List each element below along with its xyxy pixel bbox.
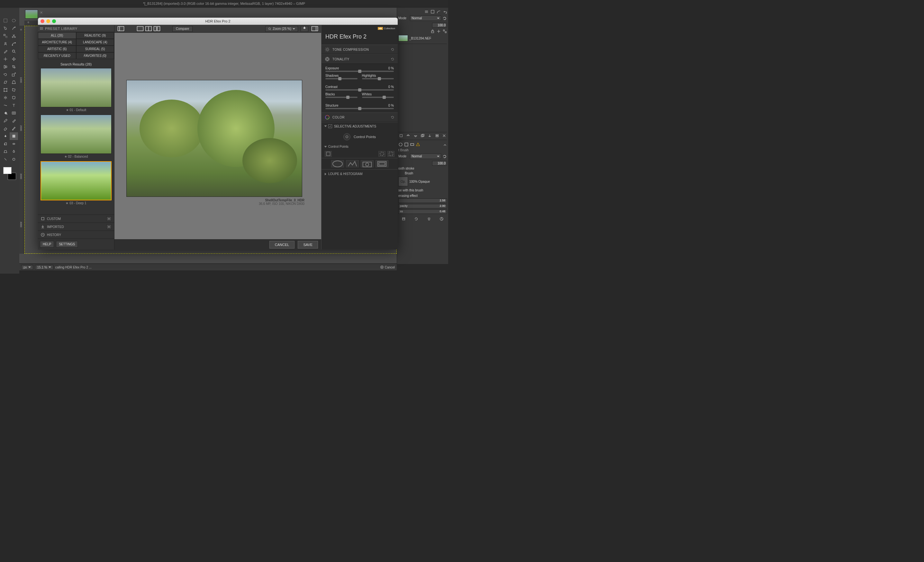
lock-move-icon[interactable] <box>436 29 441 33</box>
selective-checkbox[interactable]: ✓ <box>328 124 332 128</box>
preset-03-deep-1[interactable]: ★ 03 - Deep 1 <box>40 161 111 206</box>
restore-options-icon[interactable] <box>414 217 418 221</box>
color-swatches[interactable] <box>3 167 16 180</box>
bg-color-button[interactable] <box>301 26 308 32</box>
brush-mode-select[interactable]: Normal <box>410 154 441 159</box>
undo-tab-icon[interactable] <box>443 10 447 14</box>
channels-tab-icon[interactable] <box>430 10 435 14</box>
tool-rect-select[interactable] <box>1 17 10 24</box>
window-minimize-button[interactable] <box>46 19 50 23</box>
tool-by-color-select[interactable] <box>1 32 10 40</box>
compare-button[interactable]: Compare <box>172 26 193 32</box>
status-cancel-button[interactable]: Cancel <box>380 265 395 269</box>
tool-align[interactable] <box>1 63 10 71</box>
levels-button[interactable] <box>346 160 359 167</box>
preset-02-balanced[interactable]: ★ 02 - Balanced <box>40 115 111 159</box>
lock-pixels-icon[interactable] <box>443 29 447 33</box>
cat-artistic[interactable]: ARTISTIC (6) <box>38 46 76 52</box>
tool-clone[interactable] <box>1 140 10 148</box>
star-icon[interactable]: ★ <box>66 201 69 205</box>
cat-surreal[interactable]: SURREAL (5) <box>76 46 114 52</box>
delete-options-icon[interactable] <box>427 217 431 221</box>
tonality-header[interactable]: TONALITY <box>321 54 398 64</box>
highlights-slider[interactable] <box>362 78 394 79</box>
color-header[interactable]: COLOR <box>321 112 398 122</box>
tool-heal[interactable] <box>10 140 18 148</box>
raise-layer-icon[interactable] <box>406 134 410 138</box>
duplicate-layer-icon[interactable] <box>420 134 425 138</box>
cat-realistic[interactable]: REALISTIC (9) <box>76 32 114 39</box>
selective-adjustments-header[interactable]: ✓ SELECTIVE ADJUSTMENTS <box>321 122 398 130</box>
preset-scroll-area[interactable]: Search Results (28) ★ 01 - Default ★ 02 … <box>38 59 114 215</box>
tool-eraser[interactable] <box>1 125 10 132</box>
settings-button[interactable]: SETTINGS <box>56 241 78 248</box>
reset-icon[interactable] <box>391 57 394 61</box>
reset-icon[interactable] <box>391 48 394 51</box>
image-tab-thumbnail[interactable] <box>25 10 38 19</box>
tool-ink[interactable] <box>1 132 10 140</box>
toggle-left-panel-button[interactable] <box>117 26 125 32</box>
star-icon[interactable]: ★ <box>66 108 69 112</box>
tool-color-picker[interactable] <box>1 48 10 55</box>
toggle-right-panel-button[interactable] <box>311 26 319 32</box>
tool-ellipse-select[interactable] <box>10 17 18 24</box>
zoom-dropdown[interactable]: Zoom (25 %) <box>265 26 298 32</box>
layer-row[interactable]: _B131284.NEF <box>398 34 447 42</box>
tool-warp[interactable] <box>1 102 10 109</box>
tool-crop[interactable] <box>10 63 18 71</box>
preset-01-default[interactable]: ★ 01 - Default <box>40 68 111 113</box>
camera-button[interactable] <box>361 160 374 167</box>
contrast-slider[interactable] <box>326 89 394 91</box>
delete-layer-icon[interactable] <box>442 134 446 138</box>
tool-dodge-burn[interactable] <box>10 155 18 163</box>
cat-all[interactable]: ALL (28) <box>38 32 76 39</box>
anchor-layer-icon[interactable] <box>428 134 432 138</box>
cp-ungroup-button[interactable] <box>387 151 394 157</box>
lock-alpha-icon[interactable] <box>430 29 435 33</box>
structure-slider[interactable] <box>326 108 394 109</box>
add-custom-button[interactable]: + <box>106 217 111 221</box>
tool-free-select[interactable] <box>1 24 10 32</box>
tool-gradient[interactable] <box>10 109 18 117</box>
blacks-slider[interactable] <box>326 97 357 98</box>
zoom-select[interactable]: 15.1 % <box>35 265 53 270</box>
paths-tab-icon[interactable] <box>436 10 441 14</box>
reset-mode-icon[interactable] <box>442 16 447 21</box>
unit-select[interactable]: px <box>21 265 33 270</box>
star-icon[interactable]: ★ <box>64 155 67 158</box>
tool-scissors[interactable] <box>10 32 18 40</box>
frame-button[interactable] <box>375 160 388 167</box>
loupe-histogram-header[interactable]: LOUPE & HISTOGRAM <box>321 169 398 178</box>
image-tab-close[interactable]: ✕ <box>40 10 43 15</box>
slider-hardness[interactable]: ss0.48 <box>398 209 447 214</box>
reset-icon[interactable] <box>391 115 394 119</box>
view-split[interactable] <box>145 26 152 32</box>
save-button[interactable]: SAVE <box>298 241 318 248</box>
tool-bucket-fill[interactable] <box>1 109 10 117</box>
tool-text[interactable] <box>10 102 18 109</box>
tool-fuzzy-select[interactable] <box>10 24 18 32</box>
tool-pencil[interactable] <box>1 117 10 125</box>
whites-slider[interactable] <box>362 97 394 98</box>
tool-shear[interactable] <box>1 78 10 86</box>
slider-opacity[interactable]: pacity2.00 <box>398 204 447 208</box>
history-row[interactable]: HISTORY <box>38 231 114 239</box>
tool-measure[interactable] <box>1 55 10 63</box>
tool-cage[interactable] <box>10 94 18 102</box>
tool-move[interactable] <box>10 55 18 63</box>
slider-radius[interactable]: 2.58 <box>398 199 447 203</box>
tool-mypaint-brush[interactable] <box>10 132 18 140</box>
reset-brush-mode-icon[interactable] <box>442 154 447 158</box>
layer-opacity-value[interactable]: 100.0 <box>432 23 447 28</box>
tool-paths[interactable] <box>10 40 18 48</box>
layers-tab-icon[interactable] <box>424 10 429 14</box>
tool-airbrush[interactable] <box>10 125 18 132</box>
preset-menu-icon[interactable] <box>40 27 43 30</box>
tab-menu-icon[interactable] <box>443 143 447 146</box>
preview-canvas[interactable]: ShellOutTempFile_0_HDR 36.6 MP, ISO 100,… <box>114 33 321 239</box>
new-layer-icon[interactable] <box>399 134 403 138</box>
tool-blur-sharpen[interactable] <box>10 148 18 155</box>
tool-flip[interactable] <box>1 94 10 102</box>
view-side-by-side[interactable] <box>153 26 161 32</box>
cancel-button[interactable]: CANCEL <box>269 241 295 248</box>
